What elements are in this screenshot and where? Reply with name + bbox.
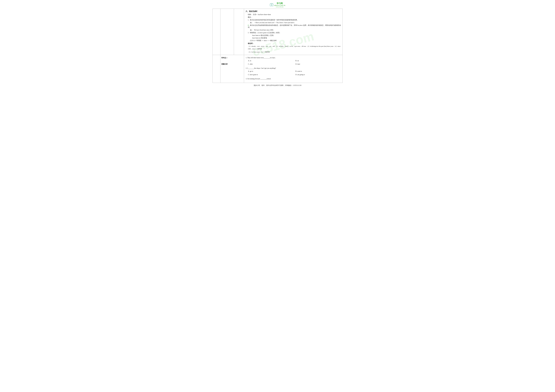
section-title: 六、现在完成时 [246, 10, 341, 12]
question-2: 2. I________the shops. Can I get you any… [246, 67, 341, 76]
point3-text: 特殊用法：(1) have gone to 已去某地（未回） [250, 32, 281, 34]
point2-example-text: We have lived here since 2000. [254, 29, 274, 31]
point3-sub1-text: have been to 曾去过某地（已回） [252, 35, 275, 36]
logo-sub-text2: www.cc518.com [274, 6, 285, 7]
q2-option-a: A. go to [248, 70, 293, 73]
structure-row: 结构： 主语＋ has/have done+done [246, 14, 341, 15]
q2-text: 2. I________the shops. Can I get you any… [246, 67, 341, 70]
point2-example-label: 如： [250, 29, 253, 31]
point3-sub1: have been to 曾去过某地（已回） [246, 34, 341, 36]
point2-text: 表示从过去开始持续到现在的动作或状态，也许还要持续下去，常和 for,since… [248, 24, 341, 28]
markers-label: 标志词： [246, 43, 341, 44]
point3-sub3-text: (2) It is＋ 时间段 ＋ since ＋一般过去时 [250, 40, 277, 41]
point1-example: 如： —Have you had your lunch yet? —Yes,I … [246, 22, 341, 24]
col-empty-1 [212, 9, 220, 55]
q1-option-b: B. on [295, 59, 341, 62]
concept-row: 概念： [246, 16, 341, 18]
q2-options: A. go to B. went to C. have gone to D. a… [246, 70, 341, 76]
logo-icon: 学 [270, 3, 273, 7]
footer-text: 更多小学、初中、高中全学年全科学习资料，详询微信：13353111130 [254, 85, 301, 86]
page-content: cc518.com 六、现在完成时 结构： 主 [212, 9, 343, 83]
q1-option-c: C. after [248, 63, 293, 66]
upper-row: 六、现在完成时 结构： 主语＋ has/have done+done 概念： [212, 9, 343, 55]
point1-row: 1. 表示过去发生的动作或已经完成的某一动作对现在造成的影响或结果。 [246, 19, 341, 21]
point3-num: 3. [248, 32, 249, 34]
q3-text: 3. I'm looking forward ________school. [246, 77, 341, 80]
page-footer: 更多小学、初中、高中全学年全科学习资料，详询微信：13353111130 [212, 83, 343, 87]
point2-num: 2. [248, 24, 249, 26]
structure-label: 结构： [248, 14, 253, 15]
markers-text2: （5）for three years，for+一段时间 [246, 51, 341, 53]
q1-option-d: D. later [295, 63, 341, 66]
logo-main-text: 学习网 [274, 2, 285, 5]
markers-text1: （1）already，ever，never，just，yet，still （2）… [246, 45, 341, 50]
lower-row: 常考点＋ 例题分析 1. They left their home town__… [212, 55, 343, 83]
q2-option-c: C. have gone to [248, 73, 293, 76]
site-logo: 学 学习网 免费综合学习资源下载 www.cc518.com [270, 2, 285, 7]
point1-example-text: —Have you had your lunch yet? —Yes,I hav… [254, 22, 295, 23]
q2-option-b: B. went to [295, 70, 341, 73]
point3-sub2: have been in 仍在某地 [246, 37, 341, 39]
point1-example-label: 如： [250, 22, 253, 23]
question-3: 3. I'm looking forward ________school. [246, 77, 341, 80]
lower-content-cell: 1. They left their home town________six … [244, 55, 343, 83]
point1-num: 1. [248, 19, 249, 21]
main-content-cell: 六、现在完成时 结构： 主语＋ has/have done+done 概念： [244, 9, 343, 55]
markers-section: 标志词： （1）already，ever，never，just，yet，stil… [246, 43, 341, 53]
question-1: 1. They left their home town________six … [246, 56, 341, 66]
point3-sub2-text: have been in 仍在某地 [252, 37, 267, 39]
q1-option-a: A. in [248, 59, 293, 62]
logo-sub-text1: 免费综合学习资源下载 [274, 5, 285, 6]
q2-option-d: D. am going to [295, 73, 341, 76]
section-label: 常考点＋ 例题分析 [221, 56, 243, 66]
col-empty-2 [220, 9, 234, 55]
point3-row: 3. 特殊用法：(1) have gone to 已去某地（未回） [246, 32, 341, 34]
structure-value: 主语＋ has/have done+done [253, 14, 271, 15]
point1-text: 表示过去发生的动作或已经完成的某一动作对现在造成的影响或结果。 [250, 19, 299, 21]
lower-label-cell: 常考点＋ 例题分析 [220, 55, 244, 83]
point3-sub3: (2) It is＋ 时间段 ＋ since ＋一般过去时 [246, 40, 341, 42]
main-content-table: 六、现在完成时 结构： 主语＋ has/have done+done 概念： [212, 9, 343, 83]
col-empty-3 [234, 9, 244, 55]
lower-col-empty1 [212, 55, 220, 83]
q1-text: 1. They left their home town________six … [246, 56, 341, 59]
svg-text:学: 学 [271, 4, 272, 6]
section-six-content: 六、现在完成时 结构： 主语＋ has/have done+done 概念： [245, 10, 342, 54]
q1-options: A. in B. on C. after D. later [246, 59, 341, 66]
point2-example: 如： We have lived here since 2000. [246, 29, 341, 31]
point2-row: 2. 表示从过去开始持续到现在的动作或状态，也许还要持续下去，常和 for,si… [246, 24, 341, 28]
concept-label: 概念： [248, 16, 253, 18]
page-header: 学 学习网 免费综合学习资源下载 www.cc518.com [212, 1, 343, 9]
